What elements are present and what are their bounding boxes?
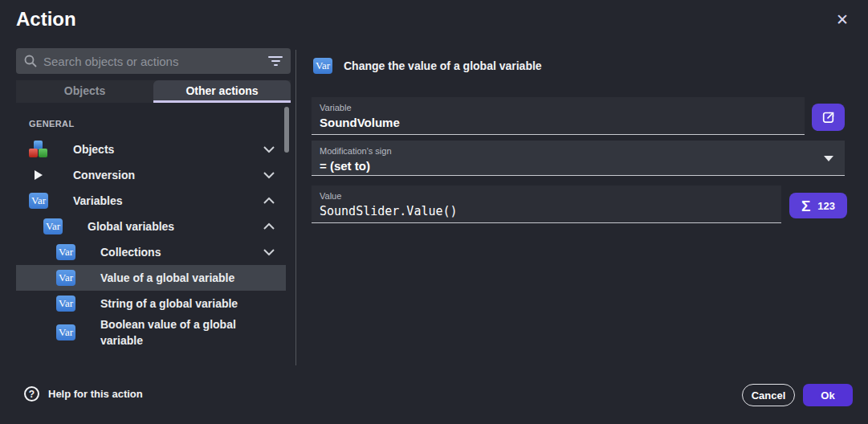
editor-header: Var Change the value of a global variabl… bbox=[313, 58, 542, 74]
tree-item-objects[interactable]: Objects bbox=[16, 137, 286, 162]
var-badge-icon: Var bbox=[56, 296, 75, 312]
tab-bar: Objects Other actions bbox=[16, 80, 291, 103]
editor-title: Change the value of a global variable bbox=[344, 59, 542, 72]
value-field[interactable]: Value SoundSlider.Value() bbox=[312, 186, 781, 223]
tree-item-label: Variables bbox=[73, 193, 158, 209]
objects-cubes-icon bbox=[29, 141, 48, 158]
tree-item-label: Value of a global variable bbox=[100, 270, 270, 286]
modification-sign-select[interactable]: Modification's sign = (set to) bbox=[312, 141, 845, 176]
value-field-label: Value bbox=[320, 191, 773, 201]
tree-item-label: Global variables bbox=[88, 218, 210, 234]
tree-item-label: Objects bbox=[73, 141, 149, 157]
tree-item-variables[interactable]: Var Variables bbox=[16, 188, 286, 214]
expression-builder-button[interactable]: Σ 123 bbox=[789, 193, 847, 218]
cancel-button[interactable]: Cancel bbox=[742, 384, 795, 406]
sign-field-label: Modification's sign bbox=[320, 146, 837, 156]
var-badge-icon: Var bbox=[56, 244, 75, 260]
tree-item-label: String of a global variable bbox=[100, 296, 273, 312]
variable-field-label: Variable bbox=[320, 103, 797, 112]
var-badge-icon: Var bbox=[313, 58, 332, 74]
tree-item-collections[interactable]: Var Collections bbox=[16, 239, 286, 265]
chevron-up-icon[interactable] bbox=[263, 198, 275, 205]
panel-divider bbox=[295, 50, 296, 365]
ok-button[interactable]: Ok bbox=[803, 384, 853, 406]
tree-item-string-of-a-global-variable[interactable]: Var String of a global variable bbox=[16, 291, 286, 316]
dialog-title: Action bbox=[16, 8, 76, 31]
tree-item-label: Conversion bbox=[73, 167, 170, 183]
tree-item-conversion[interactable]: Conversion bbox=[16, 162, 286, 188]
sign-field-value: = (set to) bbox=[320, 159, 837, 173]
tree-scrollbar[interactable] bbox=[284, 107, 289, 153]
tab-objects-label: Objects bbox=[64, 84, 105, 97]
tree-item-boolean-value-of-a-global-variable[interactable]: Var Boolean value of a global variable bbox=[16, 316, 286, 349]
tab-other-actions[interactable]: Other actions bbox=[153, 80, 291, 103]
var-badge-icon: Var bbox=[56, 270, 75, 286]
actions-tree: GENERAL Objects Conversion Var Variables… bbox=[16, 112, 286, 349]
chevron-down-icon[interactable] bbox=[263, 249, 275, 256]
variable-field[interactable]: Variable SoundVolume bbox=[312, 97, 805, 135]
variable-field-value[interactable]: SoundVolume bbox=[320, 116, 797, 129]
tab-other-actions-label: Other actions bbox=[185, 84, 258, 97]
search-bar[interactable] bbox=[16, 48, 291, 74]
var-badge-icon: Var bbox=[56, 324, 75, 340]
tree-section-header: GENERAL bbox=[16, 112, 286, 137]
close-icon[interactable]: ✕ bbox=[836, 12, 849, 27]
open-variables-editor-button[interactable] bbox=[812, 104, 845, 131]
help-link[interactable]: ? Help for this action bbox=[24, 386, 143, 402]
search-input[interactable] bbox=[43, 55, 262, 68]
filter-icon[interactable] bbox=[268, 56, 283, 66]
expression-builder-label: 123 bbox=[817, 200, 835, 212]
tab-objects[interactable]: Objects bbox=[16, 80, 153, 103]
tree-item-label: Boolean value of a global variable bbox=[100, 316, 286, 349]
chevron-up-icon[interactable] bbox=[263, 223, 275, 230]
tree-item-global-variables[interactable]: Var Global variables bbox=[16, 214, 286, 239]
sigma-icon: Σ bbox=[801, 198, 810, 214]
search-icon bbox=[24, 55, 37, 67]
value-field-value[interactable]: SoundSlider.Value() bbox=[320, 204, 773, 218]
var-badge-icon: Var bbox=[43, 218, 63, 234]
dropdown-caret-icon bbox=[824, 156, 833, 161]
chevron-down-icon[interactable] bbox=[263, 172, 275, 179]
external-link-icon bbox=[821, 110, 836, 125]
help-icon: ? bbox=[24, 386, 39, 402]
play-triangle-icon bbox=[29, 170, 48, 180]
chevron-down-icon[interactable] bbox=[263, 146, 275, 153]
tree-item-value-of-a-global-variable[interactable]: Var Value of a global variable bbox=[16, 265, 286, 291]
tree-item-label: Collections bbox=[100, 244, 196, 260]
action-dialog: Action ✕ Objects Other actions GENERAL O… bbox=[0, 0, 868, 424]
help-label: Help for this action bbox=[48, 388, 143, 400]
var-badge-icon: Var bbox=[29, 193, 48, 209]
